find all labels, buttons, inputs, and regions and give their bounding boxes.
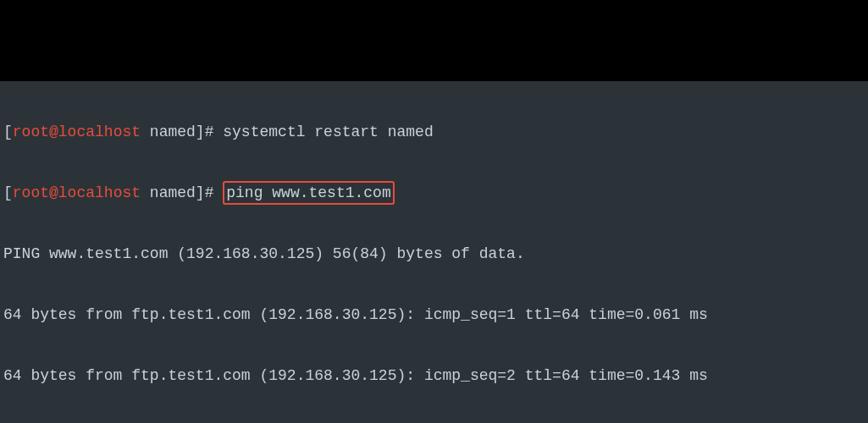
prompt-close: ]# [196,122,223,142]
systemctl-command: systemctl restart named [223,122,433,142]
ping-command: ping www.test1.com [223,181,394,205]
prompt-user: root@localhost [13,122,141,142]
ping-header: PING www.test1.com (192.168.30.125) 56(8… [0,244,868,264]
prompt-open: [ [3,122,13,142]
line-2: [root@localhost named]# ping www.test1.c… [0,183,868,203]
line-1: [root@localhost named]# systemctl restar… [0,122,868,142]
terminal[interactable]: [root@localhost named]# systemctl restar… [0,81,868,423]
ping-reply: 64 bytes from ftp.test1.com (192.168.30.… [0,365,868,386]
ping-reply: 64 bytes from ftp.test1.com (192.168.30.… [0,305,868,325]
prompt-dir: named [141,122,196,142]
